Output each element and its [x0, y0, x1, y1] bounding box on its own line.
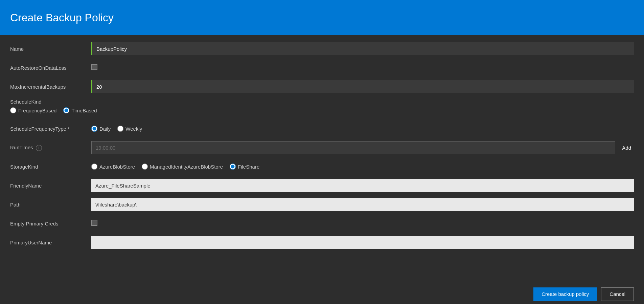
frequency-based-radio[interactable]: [10, 107, 16, 113]
runtimes-input[interactable]: [91, 141, 615, 154]
page-header: Create Backup Policy: [0, 0, 644, 35]
managed-identity-label: ManagedIdentityAzureBlobStore: [150, 164, 223, 170]
schedule-frequency-label: ScheduleFrequencyType *: [10, 126, 91, 132]
max-incremental-field: [91, 80, 634, 93]
runtimes-row: RunTimes i Add: [10, 141, 634, 154]
max-incremental-row: MaxIncrementalBackups: [10, 80, 634, 93]
max-incremental-label: MaxIncrementalBackups: [10, 84, 91, 90]
path-field: [91, 198, 634, 211]
add-runtime-button[interactable]: Add: [619, 144, 634, 152]
file-share-label: FileShare: [238, 164, 259, 170]
file-share-radio[interactable]: [230, 164, 236, 170]
storage-kind-group: AzureBlobStore ManagedIdentityAzureBlobS…: [91, 164, 634, 170]
primary-username-row: PrimaryUserName: [10, 236, 634, 249]
path-label: Path: [10, 202, 91, 208]
empty-primary-creds-label: Empty Primary Creds: [10, 221, 91, 226]
daily-label: Daily: [99, 126, 111, 132]
path-input[interactable]: [91, 198, 634, 211]
schedule-kind-group: FrequencyBased TimeBased: [10, 107, 634, 113]
footer: Create backup policy Cancel: [0, 284, 644, 304]
schedule-frequency-field: Daily Weekly: [91, 126, 634, 132]
primary-username-input[interactable]: [91, 236, 634, 249]
name-input[interactable]: [91, 42, 634, 55]
weekly-option[interactable]: Weekly: [117, 126, 142, 132]
weekly-radio[interactable]: [117, 126, 123, 132]
time-based-label: TimeBased: [71, 108, 97, 113]
empty-primary-creds-field: [91, 220, 634, 227]
runtimes-label: RunTimes i: [10, 145, 91, 151]
managed-identity-option[interactable]: ManagedIdentityAzureBlobStore: [142, 164, 223, 170]
schedule-kind-label: ScheduleKind: [10, 99, 634, 105]
path-row: Path: [10, 198, 634, 211]
frequency-based-option[interactable]: FrequencyBased: [10, 107, 56, 113]
time-based-option[interactable]: TimeBased: [63, 107, 97, 113]
runtimes-info-icon[interactable]: i: [36, 145, 42, 151]
file-share-option[interactable]: FileShare: [230, 164, 259, 170]
primary-username-label: PrimaryUserName: [10, 240, 91, 245]
daily-radio[interactable]: [91, 126, 97, 132]
auto-restore-label: AutoRestoreOnDataLoss: [10, 65, 91, 71]
empty-primary-creds-checkbox[interactable]: [91, 220, 97, 226]
runtimes-field: Add: [91, 141, 634, 154]
azure-blob-option[interactable]: AzureBlobStore: [91, 164, 135, 170]
name-row: Name: [10, 42, 634, 56]
storage-kind-label: StorageKind: [10, 164, 91, 170]
name-label: Name: [10, 46, 91, 52]
friendly-name-label: FriendlyName: [10, 183, 91, 189]
auto-restore-checkbox[interactable]: [91, 64, 97, 70]
friendly-name-row: FriendlyName: [10, 179, 634, 192]
schedule-frequency-row: ScheduleFrequencyType * Daily Weekly: [10, 122, 634, 135]
storage-kind-field: AzureBlobStore ManagedIdentityAzureBlobS…: [91, 164, 634, 170]
frequency-type-group: Daily Weekly: [91, 126, 634, 132]
form-content: Name AutoRestoreOnDataLoss MaxIncrementa…: [0, 35, 644, 284]
divider-1: [10, 119, 634, 119]
create-backup-policy-button[interactable]: Create backup policy: [533, 287, 597, 301]
friendly-name-input[interactable]: [91, 179, 634, 192]
max-incremental-input[interactable]: [91, 80, 634, 93]
time-based-radio[interactable]: [63, 107, 69, 113]
cancel-button[interactable]: Cancel: [601, 287, 634, 301]
daily-option[interactable]: Daily: [91, 126, 111, 132]
auto-restore-row: AutoRestoreOnDataLoss: [10, 61, 634, 74]
storage-kind-row: StorageKind AzureBlobStore ManagedIdenti…: [10, 160, 634, 173]
primary-username-field: [91, 236, 634, 249]
friendly-name-field: [91, 179, 634, 192]
managed-identity-radio[interactable]: [142, 164, 148, 170]
frequency-based-label: FrequencyBased: [18, 108, 56, 113]
azure-blob-radio[interactable]: [91, 164, 97, 170]
auto-restore-field: [91, 64, 634, 71]
empty-primary-creds-row: Empty Primary Creds: [10, 217, 634, 230]
page-title: Create Backup Policy: [10, 12, 114, 24]
name-field: [91, 42, 634, 55]
azure-blob-label: AzureBlobStore: [99, 164, 135, 170]
weekly-label: Weekly: [125, 126, 142, 132]
schedule-kind-row: ScheduleKind FrequencyBased TimeBased: [10, 99, 634, 113]
